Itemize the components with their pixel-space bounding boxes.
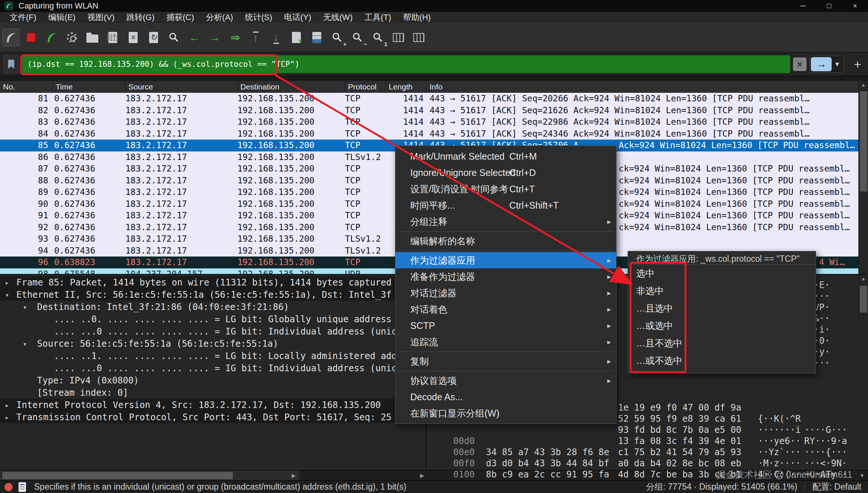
column-header[interactable]: Destination — [237, 81, 345, 93]
scroll-up-icon[interactable]: ▲ — [859, 275, 868, 283]
menubar-item[interactable]: 捕获(C) — [161, 12, 200, 23]
maximize-button[interactable]: □ — [816, 0, 842, 12]
detail-line[interactable]: ▾ Source: 56:1e:c5:fe:55:1a (56:1e:c5:fe… — [0, 337, 425, 350]
reset-layout-icon[interactable] — [410, 29, 427, 46]
minimize-button[interactable]: ─ — [790, 0, 816, 12]
detail-line[interactable]: .... ..0. .... .... .... .... = LG bit: … — [0, 313, 425, 325]
packet-row[interactable]: 84 0.627436 183.2.172.17 192.168.135.200… — [0, 128, 868, 140]
menubar-item[interactable]: 编辑(E) — [42, 12, 81, 23]
go-forward-icon[interactable]: → — [206, 29, 223, 46]
menubar-item[interactable]: 视图(V) — [81, 12, 120, 23]
colorize-icon[interactable]: —————— — [308, 29, 325, 46]
context-menu-item[interactable]: 时间平移... Ctrl+Shift+T — [395, 197, 616, 213]
menubar-item[interactable]: 统计(S) — [239, 12, 278, 23]
filter-add-icon[interactable]: + — [850, 57, 865, 72]
hex-row[interactable]: 00d0 34 85 a7 43 3b 28 f6 8e a0 da b4 02… — [427, 424, 868, 435]
menubar-item[interactable]: 分析(A) — [200, 12, 239, 23]
expert-info-icon[interactable] — [4, 483, 13, 491]
context-menu-item[interactable]: SCTP ▸ — [395, 317, 616, 334]
context-menu-item[interactable]: 准备作为过滤器 ▸ — [395, 268, 616, 285]
filter-clear-icon[interactable]: × — [793, 58, 806, 71]
go-to-packet-icon[interactable]: ⇒ — [227, 29, 244, 46]
menubar-item[interactable]: 文件(F) — [4, 12, 42, 23]
context-menu-item[interactable]: Ignore/Unignore Selected Ctrl+D — [395, 164, 616, 181]
submenu-item[interactable]: …或选中 — [628, 317, 816, 334]
submenu-item[interactable]: 选中 — [628, 265, 816, 282]
hex-scroll-right-icon[interactable]: ▶ — [418, 471, 427, 480]
hex-row[interactable]: 00f0 8b c9 ea 2c cc 91 95 fa 78 ae 96 e3… — [427, 447, 868, 458]
context-menu-item[interactable] — [395, 230, 616, 233]
profile-label[interactable]: 配置: Default — [812, 481, 861, 493]
context-menu-item[interactable]: 对话着色 ▸ — [395, 301, 616, 317]
context-menu-item[interactable]: 对话过滤器 ▸ — [395, 285, 616, 301]
packet-row[interactable]: 82 0.627436 183.2.172.17 192.168.135.200… — [0, 105, 868, 117]
detail-line[interactable]: ▾ Destination: Intel_3f:21:86 (04:f0:ee:… — [0, 301, 425, 313]
column-header[interactable]: Length — [386, 81, 427, 93]
context-menu-item[interactable]: 追踪流 ▸ — [395, 334, 616, 350]
stop-capture-icon[interactable] — [23, 29, 40, 46]
expand-arrow-icon[interactable]: ▸ — [1, 278, 13, 287]
scrollbar-thumb[interactable] — [860, 286, 867, 313]
capture-options-icon[interactable] — [63, 29, 80, 46]
display-filter-input[interactable]: (ip.dst == 192.168.135.200) && (_ws.col.… — [22, 55, 790, 73]
filter-apply-icon[interactable]: → — [811, 57, 832, 71]
go-first-icon[interactable]: ↑ — [247, 29, 264, 46]
column-header[interactable]: No. — [0, 81, 53, 93]
context-menu-item[interactable]: 设置/取消设置 时间参考 Ctrl+T — [395, 181, 616, 197]
resize-columns-icon[interactable] — [390, 29, 407, 46]
hex-row[interactable]: 00e0 d3 d0 b4 43 3b 44 84 bf 4d 8d 7c be… — [427, 435, 868, 447]
context-menu-item[interactable]: 作为过滤器应用 ▸ — [395, 252, 616, 268]
detail-line[interactable]: ▸ Internet Protocol Version 4, Src: 183.… — [0, 399, 425, 411]
column-header[interactable]: Source — [125, 81, 237, 93]
capture-comment-icon[interactable] — [19, 482, 26, 492]
context-menu-item[interactable]: 分组注释 ▸ — [395, 213, 616, 230]
detail-line[interactable]: ▸ Frame 85: Packet, 1414 bytes on wire (… — [0, 276, 425, 288]
start-capture-icon[interactable] — [2, 29, 19, 46]
detail-line[interactable]: .... ...0 .... .... .... .... = IG bit: … — [0, 362, 425, 374]
close-file-icon[interactable]: × — [125, 29, 142, 46]
context-menu-item[interactable]: 协议首选项 ▸ — [395, 372, 616, 389]
context-menu-item[interactable]: 在新窗口显示分组(W) — [395, 405, 616, 421]
column-header[interactable]: Protocol — [345, 81, 386, 93]
expand-arrow-icon[interactable]: ▾ — [1, 291, 13, 299]
context-menu-item[interactable]: 复制 ▸ — [395, 353, 616, 369]
context-menu-item[interactable]: Decode As... — [395, 389, 616, 405]
packet-row[interactable]: 83 0.627436 183.2.172.17 192.168.135.200… — [0, 116, 868, 128]
expand-arrow-icon[interactable]: ▾ — [19, 303, 30, 311]
submenu-item[interactable]: …或不选中 — [628, 352, 816, 369]
scroll-right-icon[interactable]: ▶ — [289, 471, 298, 480]
column-header[interactable]: Info — [427, 81, 868, 93]
context-menu-item[interactable] — [395, 369, 616, 372]
go-last-icon[interactable]: ↓ — [267, 29, 285, 46]
auto-scroll-icon[interactable]: ▼ — [288, 29, 305, 46]
scrollbar-thumb[interactable] — [860, 91, 867, 192]
detail-line[interactable]: Type: IPv4 (0x0800) — [0, 374, 425, 386]
context-menu-item[interactable]: 编辑解析的名称 — [395, 233, 616, 249]
menubar-item[interactable]: 工具(T) — [358, 12, 397, 23]
zoom-reset-icon[interactable]: 1 — [369, 29, 387, 46]
detail-line[interactable]: ▸ Transmission Control Protocol, Src Por… — [0, 411, 425, 423]
column-header[interactable]: Time — [53, 81, 125, 93]
detail-line[interactable]: .... ..1. .... .... .... .... = LG bit: … — [0, 350, 425, 362]
expand-arrow-icon[interactable]: ▾ — [19, 340, 30, 348]
hex-pane-scrollbar[interactable]: ▲ — [858, 275, 868, 470]
submenu-item[interactable]: …且不选中 — [628, 334, 816, 352]
expand-arrow-icon[interactable]: ▸ — [1, 413, 13, 421]
detail-line[interactable]: .... ...0 .... .... .... .... = IG bit: … — [0, 325, 425, 337]
context-menu-item[interactable]: Mark/Unmark Selected Ctrl+M — [395, 148, 616, 164]
context-menu-item[interactable] — [395, 249, 616, 252]
menubar-item[interactable]: 帮助(H) — [397, 12, 437, 23]
scroll-up-icon[interactable]: ▲ — [859, 81, 868, 89]
detail-line[interactable]: ▾ Ethernet II, Src: 56:1e:c5:fe:55:1a (5… — [0, 288, 425, 301]
open-file-icon[interactable] — [84, 29, 101, 46]
submenu-item[interactable]: 非选中 — [628, 282, 816, 300]
filter-bookmark-icon[interactable] — [3, 55, 19, 73]
go-back-icon[interactable]: ← — [186, 29, 203, 46]
hex-row[interactable]: 0100 6a 2c 51 c2 57 27 83 cf 73 7d 30 5f… — [427, 458, 868, 469]
submenu-item[interactable]: …且选中 — [628, 300, 816, 317]
zoom-out-icon[interactable]: − — [349, 29, 366, 46]
close-button[interactable]: × — [842, 0, 868, 12]
restart-capture-icon[interactable] — [43, 29, 60, 46]
packet-list-scrollbar[interactable]: ▲ — [858, 81, 868, 274]
packet-row[interactable]: 81 0.627436 183.2.172.17 192.168.135.200… — [0, 93, 868, 105]
